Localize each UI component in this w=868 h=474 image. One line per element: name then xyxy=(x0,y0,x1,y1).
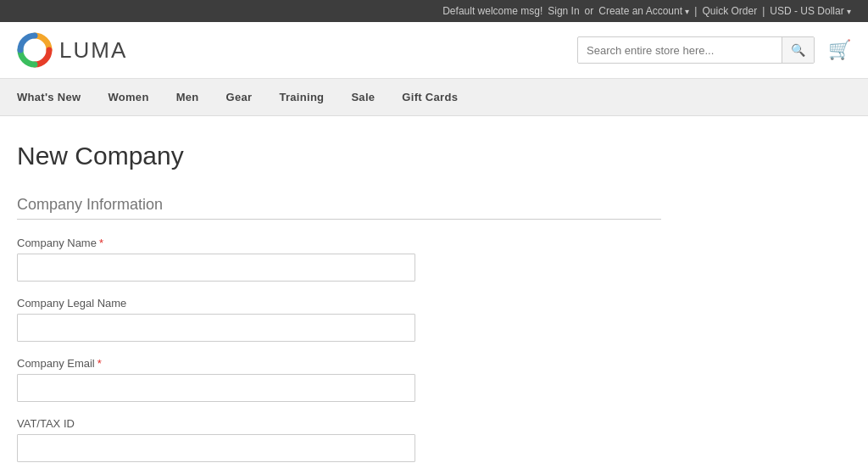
company-name-label: Company Name* xyxy=(17,237,661,249)
logo-text: LUMA xyxy=(59,37,127,64)
currency-selector[interactable]: USD - US Dollar xyxy=(770,5,851,17)
welcome-message: Default welcome msg! xyxy=(442,5,542,17)
vat-tax-id-group: VAT/TAX ID xyxy=(17,417,661,462)
company-email-input[interactable] xyxy=(17,374,415,402)
nav-item-gift-cards[interactable]: Gift Cards xyxy=(388,79,471,115)
nav-item-training[interactable]: Training xyxy=(265,79,337,115)
search-icon: 🔍 xyxy=(791,43,805,57)
top-bar: Default welcome msg! Sign In or Create a… xyxy=(0,0,868,22)
company-email-group: Company Email* xyxy=(17,357,661,402)
page-title: New Company xyxy=(17,142,661,170)
logo[interactable]: LUMA xyxy=(17,32,127,68)
nav-item-women[interactable]: Women xyxy=(94,79,162,115)
vat-tax-id-label: VAT/TAX ID xyxy=(17,417,661,430)
search-input[interactable] xyxy=(578,38,782,63)
nav-item-men[interactable]: Men xyxy=(163,79,213,115)
header-right: 🔍 🛒 xyxy=(577,36,851,64)
section-title: Company Information xyxy=(17,196,661,214)
company-legal-name-input[interactable] xyxy=(17,314,415,342)
required-star: * xyxy=(99,237,103,249)
or-separator: or xyxy=(585,5,594,17)
company-legal-name-group: Company Legal Name xyxy=(17,297,661,342)
cart-button[interactable]: 🛒 xyxy=(828,39,851,61)
nav-item-gear[interactable]: Gear xyxy=(213,79,266,115)
nav-item-sale[interactable]: Sale xyxy=(337,79,388,115)
create-account-link[interactable]: Create an Account xyxy=(598,5,689,17)
company-name-group: Company Name* xyxy=(17,237,661,282)
quick-order-link[interactable]: Quick Order xyxy=(702,5,757,17)
cart-icon: 🛒 xyxy=(828,39,851,60)
header: LUMA 🔍 🛒 xyxy=(0,22,868,79)
company-email-label: Company Email* xyxy=(17,357,661,370)
search-button[interactable]: 🔍 xyxy=(782,37,814,63)
section-divider xyxy=(17,219,661,220)
vat-tax-id-input[interactable] xyxy=(17,434,415,462)
nav-item-whats-new[interactable]: What's New xyxy=(17,79,94,115)
nav: What's New Women Men Gear Training Sale … xyxy=(0,79,868,116)
company-name-input[interactable] xyxy=(17,254,415,282)
logo-icon xyxy=(17,32,53,68)
required-star-email: * xyxy=(97,357,102,370)
main-content: New Company Company Information Company … xyxy=(0,116,678,474)
search-wrapper: 🔍 xyxy=(577,36,815,64)
signin-link[interactable]: Sign In xyxy=(548,5,579,17)
company-legal-name-label: Company Legal Name xyxy=(17,297,661,309)
